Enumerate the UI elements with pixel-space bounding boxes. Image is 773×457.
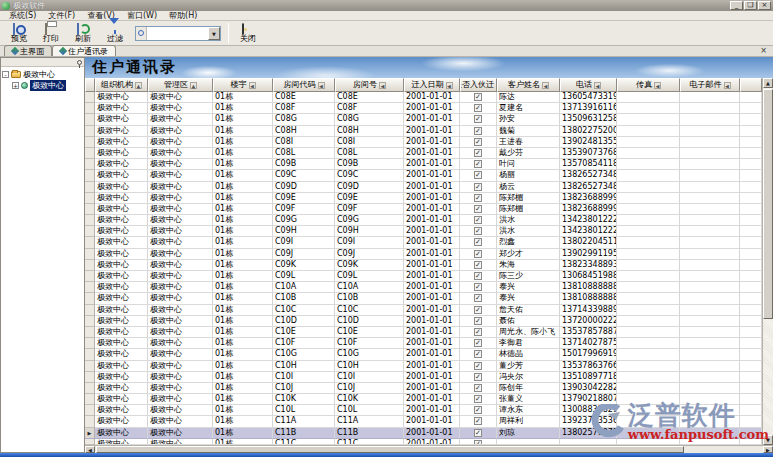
vertical-scroll-thumb[interactable] — [763, 89, 773, 319]
restore-button[interactable]: ❏ — [744, 1, 757, 10]
table-row[interactable]: 极致中心极致中心01栋C10HC10H2001-01-01✓董少芳1353786… — [85, 361, 762, 372]
cell-phone[interactable]: 13810888888 — [560, 293, 617, 304]
column-header-room_code[interactable]: 房间代码◀ — [273, 78, 335, 92]
search-input[interactable] — [147, 27, 208, 39]
cell-org[interactable]: 极致中心 — [95, 137, 148, 148]
pin-icon[interactable] — [77, 60, 82, 65]
cell-move_in_date[interactable]: 2001-01-01 — [404, 405, 460, 416]
cell-room_code[interactable]: C10I — [273, 372, 335, 383]
cell-fax[interactable] — [617, 148, 680, 159]
cell-moved_in[interactable]: ✓ — [460, 193, 497, 204]
cell-name[interactable]: 董少芳 — [497, 361, 560, 372]
cell-name[interactable]: 戴少芬 — [497, 148, 560, 159]
cell-area[interactable]: 极致中心 — [148, 204, 213, 215]
cell-name[interactable]: 李御君 — [497, 338, 560, 349]
cell-moved_in[interactable]: ✓ — [460, 428, 497, 439]
row-indicator[interactable] — [85, 204, 95, 215]
cell-room_no[interactable]: C10I — [335, 372, 404, 383]
cell-moved_in[interactable]: ✓ — [460, 305, 497, 316]
cell-area[interactable]: 极致中心 — [148, 226, 213, 237]
cell-building[interactable]: 01栋 — [213, 271, 273, 282]
cell-area[interactable]: 极致中心 — [148, 193, 213, 204]
cell-phone[interactable]: 13823688999 — [560, 204, 617, 215]
cell-building[interactable]: 01栋 — [213, 327, 273, 338]
row-indicator[interactable] — [85, 293, 95, 304]
cell-name[interactable]: 洪水 — [497, 226, 560, 237]
cell-room_code[interactable]: C09G — [273, 215, 335, 226]
cell-area[interactable]: 极致中心 — [148, 394, 213, 405]
cell-phone[interactable]: 13537863766 — [560, 361, 617, 372]
cell-fax[interactable] — [617, 349, 680, 360]
cell-org[interactable]: 极致中心 — [95, 327, 148, 338]
cell-fax[interactable] — [617, 137, 680, 148]
cell-room_code[interactable]: C09C — [273, 170, 335, 181]
row-indicator[interactable] — [85, 159, 95, 170]
cell-area[interactable]: 极致中心 — [148, 361, 213, 372]
cell-name[interactable]: 杨云 — [497, 182, 560, 193]
cell-area[interactable]: 极致中心 — [148, 293, 213, 304]
cell-org[interactable]: 极致中心 — [95, 215, 148, 226]
cell-filler[interactable] — [740, 338, 762, 349]
cell-fax[interactable] — [617, 170, 680, 181]
cell-fax[interactable] — [617, 405, 680, 416]
cell-room_no[interactable]: C10D — [335, 316, 404, 327]
cell-move_in_date[interactable]: 2001-01-01 — [404, 383, 460, 394]
cell-name[interactable]: 谭永东 — [497, 405, 560, 416]
cell-org[interactable]: 极致中心 — [95, 305, 148, 316]
cell-fax[interactable] — [617, 316, 680, 327]
row-indicator[interactable] — [85, 383, 95, 394]
sort-icon[interactable]: ▲ — [135, 82, 142, 89]
row-indicator[interactable] — [85, 193, 95, 204]
cell-fax[interactable] — [617, 361, 680, 372]
combo-dropdown-button[interactable]: ▼ — [208, 27, 220, 40]
cell-email[interactable] — [680, 114, 740, 125]
cell-fax[interactable] — [617, 372, 680, 383]
cell-move_in_date[interactable]: 2001-01-01 — [404, 170, 460, 181]
row-indicator[interactable] — [85, 148, 95, 159]
cell-phone[interactable]: 13823348893 — [560, 260, 617, 271]
cell-name[interactable]: 陈达 — [497, 92, 560, 103]
cell-area[interactable]: 极致中心 — [148, 260, 213, 271]
cell-name[interactable]: 泰兴 — [497, 282, 560, 293]
cell-building[interactable]: 01栋 — [213, 338, 273, 349]
cell-building[interactable]: 01栋 — [213, 305, 273, 316]
cell-moved_in[interactable]: ✓ — [460, 215, 497, 226]
filter-icon[interactable]: ◀ — [446, 82, 453, 89]
cell-room_no[interactable]: C10L — [335, 405, 404, 416]
scroll-up-icon[interactable]: ▲ — [763, 78, 773, 88]
tree-node-child[interactable]: + 极致中心 — [2, 80, 83, 91]
cell-org[interactable]: 极致中心 — [95, 372, 148, 383]
cell-moved_in[interactable]: ✓ — [460, 316, 497, 327]
table-row[interactable]: 极致中心极致中心01栋C11CC11C2001-01-01✓ — [85, 439, 762, 445]
cell-building[interactable]: 01栋 — [213, 293, 273, 304]
cell-filler[interactable] — [740, 193, 762, 204]
cell-org[interactable]: 极致中心 — [95, 338, 148, 349]
cell-email[interactable] — [680, 182, 740, 193]
cell-room_no[interactable]: C09B — [335, 159, 404, 170]
cell-phone[interactable] — [560, 439, 617, 445]
cell-area[interactable]: 极致中心 — [148, 237, 213, 248]
cell-email[interactable] — [680, 305, 740, 316]
cell-org[interactable]: 极致中心 — [95, 159, 148, 170]
cell-phone[interactable]: 13714339889 — [560, 305, 617, 316]
table-row[interactable]: 极致中心极致中心01栋C08LC08L2001-01-01✓戴少芬1353907… — [85, 148, 762, 159]
cell-email[interactable] — [680, 338, 740, 349]
cell-move_in_date[interactable]: 2001-01-01 — [404, 271, 460, 282]
cell-name[interactable]: 周祥利 — [497, 416, 560, 427]
cell-fax[interactable] — [617, 439, 680, 445]
cell-room_no[interactable]: C09K — [335, 260, 404, 271]
cell-fax[interactable] — [617, 260, 680, 271]
cell-filler[interactable] — [740, 405, 762, 416]
cell-filler[interactable] — [740, 249, 762, 260]
cell-org[interactable]: 极致中心 — [95, 193, 148, 204]
cell-email[interactable] — [680, 204, 740, 215]
cell-room_code[interactable]: C08L — [273, 148, 335, 159]
table-row[interactable]: 极致中心极致中心01栋C10CC10C2001-01-01✓詹天佑1371433… — [85, 305, 762, 316]
menu-help[interactable]: 帮助(H) — [164, 10, 202, 21]
cell-moved_in[interactable]: ✓ — [460, 148, 497, 159]
cell-area[interactable]: 极致中心 — [148, 215, 213, 226]
cell-phone[interactable]: 13902481355 — [560, 137, 617, 148]
cell-move_in_date[interactable]: 2001-01-01 — [404, 338, 460, 349]
cell-room_code[interactable]: C09J — [273, 249, 335, 260]
cell-room_no[interactable]: C09J — [335, 249, 404, 260]
